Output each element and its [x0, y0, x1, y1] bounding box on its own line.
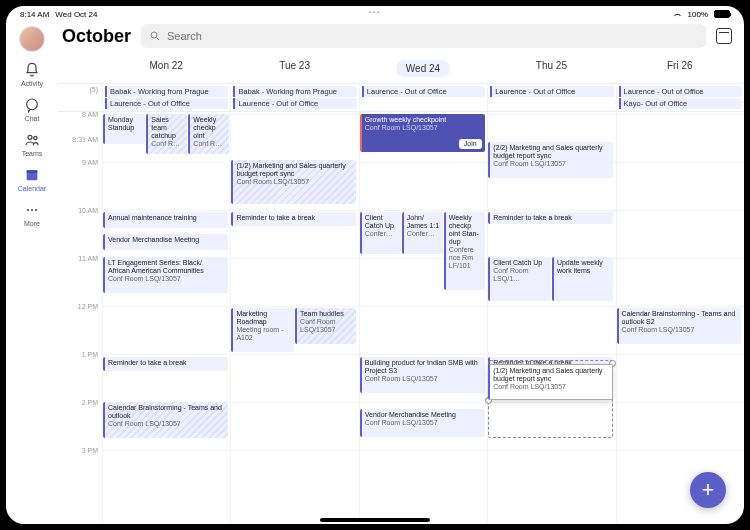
svg-point-1: [28, 135, 32, 139]
event-title: Calendar Brainstorming - Teams and outlo…: [622, 310, 739, 326]
calendar-grid[interactable]: 8 AM8:31 AM9 AM10 AM11 AM12 PM1 PM2 PM3 …: [58, 112, 744, 524]
calendar-event[interactable]: Reminder to take a break: [231, 212, 356, 226]
svg-point-8: [151, 32, 157, 38]
teams-icon: [24, 132, 40, 148]
allday-event[interactable]: Laurence - Out of Office: [233, 98, 356, 109]
nav-rail: Activity Chat Teams Calendar More: [6, 20, 58, 524]
calendar-event[interactable]: John/ James 1:1Confer…: [402, 212, 443, 254]
event-location: Conf Room LSQ/1…: [493, 267, 547, 283]
day-col-wed[interactable]: Wed 24: [359, 54, 487, 83]
allday-event[interactable]: Laurence - Out of Office: [619, 86, 742, 97]
calendar-event[interactable]: Weekly checkp oint Stan- dupConfere nce …: [444, 212, 485, 290]
event-title: Growth weekly checkpoint: [365, 116, 482, 124]
event-location: Conf Room LSQ/13057: [493, 160, 610, 168]
nav-more[interactable]: More: [24, 202, 40, 227]
home-indicator[interactable]: [320, 518, 430, 522]
calendar-event[interactable]: Calendar Brainstorming - Teams and outlo…: [617, 308, 742, 344]
allday-event[interactable]: Babak - Working from Prague: [105, 86, 228, 97]
event-location: Conf Room LSQ/13057: [300, 318, 353, 334]
event-title: Marketing Roadmap: [236, 310, 290, 326]
avatar[interactable]: [19, 26, 45, 52]
calendar-event[interactable]: Calendar Brainstorming - Teams and outlo…: [103, 402, 228, 438]
calendar-event[interactable]: (1/2) Marketing and Sales quarterly budg…: [488, 364, 613, 400]
calendar-event[interactable]: (1/2) Marketing and Sales quarterly budg…: [231, 160, 356, 204]
calendar-event[interactable]: Reminder to take a break: [488, 212, 613, 224]
event-title: Update weekly work items: [557, 259, 610, 275]
calendar-event[interactable]: Building product for Indian SMB with Pro…: [360, 357, 485, 393]
join-button[interactable]: Join: [459, 139, 482, 149]
nav-label: Calendar: [18, 185, 46, 192]
search-icon: [149, 30, 161, 42]
calendar-event[interactable]: Update weekly work items: [552, 257, 613, 301]
calendar-event[interactable]: Client Catch UpConfer…: [360, 212, 401, 254]
nav-label: Teams: [22, 150, 43, 157]
nav-calendar[interactable]: Calendar: [18, 167, 46, 192]
plus-icon: +: [702, 477, 715, 503]
new-event-fab[interactable]: +: [690, 472, 726, 508]
event-title: Client Catch Up: [493, 259, 547, 267]
allday-count: (5): [58, 84, 102, 111]
calendar-event[interactable]: Reminder to take a break: [103, 357, 228, 371]
calendar-view-icon[interactable]: [716, 28, 732, 44]
event-location: Conf Room LSQ/13057: [493, 383, 609, 391]
calendar-event[interactable]: Marketing RoadmapMeeting room - A102: [231, 308, 293, 352]
nav-teams[interactable]: Teams: [22, 132, 43, 157]
event-title: Vendor Merchandise Meeting: [108, 236, 225, 244]
event-location: Conf R…: [151, 140, 184, 148]
header: October: [58, 20, 744, 54]
allday-event[interactable]: Kayo- Out of Office: [619, 98, 742, 109]
calendar-event[interactable]: (2/2) Marketing and Sales quarterly budg…: [488, 142, 613, 178]
day-col-mon[interactable]: Mon 22: [102, 54, 230, 83]
event-location: Conf Room LSQ/13057: [365, 419, 482, 427]
calendar-event[interactable]: Growth weekly checkpointConf Room LSQ/13…: [360, 114, 485, 152]
calendar-event[interactable]: Weekly checkp ointConf R…: [188, 114, 229, 154]
hour-label: 11 AM: [78, 255, 98, 262]
hour-label: 9 AM: [82, 159, 98, 166]
day-col-tue[interactable]: Tue 23: [230, 54, 358, 83]
search-box[interactable]: [141, 24, 706, 48]
allday-row: (5) Babak - Working from PragueLaurence …: [58, 84, 744, 112]
nav-chat[interactable]: Chat: [24, 97, 40, 122]
search-input[interactable]: [167, 30, 698, 42]
event-location: Conf Room LSQ/13057: [622, 326, 739, 334]
event-title: (1/2) Marketing and Sales quarterly budg…: [236, 162, 353, 178]
calendar-icon: [24, 167, 40, 183]
allday-event[interactable]: Laurence - Out of Office: [490, 86, 613, 97]
event-title: Reminder to take a break: [236, 214, 353, 222]
battery-icon: [714, 10, 730, 18]
calendar-event[interactable]: LT Engagement Series: Black/ African Ame…: [103, 257, 228, 293]
allday-event[interactable]: Babak - Working from Prague: [233, 86, 356, 97]
calendar-event[interactable]: Vendor Merchandise MeetingConf Room LSQ/…: [360, 409, 485, 437]
day-col-fri[interactable]: Fri 26: [616, 54, 744, 83]
event-title: Weekly checkp oint Stan- dup: [449, 214, 482, 246]
calendar-event[interactable]: Sales team catchupConf R…: [146, 114, 187, 154]
nav-label: Activity: [21, 80, 43, 87]
calendar-event[interactable]: Vendor Merchandise Meeting: [103, 234, 228, 250]
event-location: Confer…: [365, 230, 398, 238]
day-col-thu[interactable]: Thu 25: [487, 54, 615, 83]
multitask-dots-icon[interactable]: •••: [369, 9, 381, 15]
event-title: Calendar Brainstorming - Teams and outlo…: [108, 404, 225, 420]
calendar-event[interactable]: Monday Standup: [103, 114, 145, 144]
allday-event[interactable]: Laurence - Out of Office: [105, 98, 228, 109]
calendar-event[interactable]: Client Catch UpConf Room LSQ/1…: [488, 257, 550, 301]
hour-label: 8 AM: [82, 112, 98, 118]
event-title: LT Engagement Series: Black/ African Ame…: [108, 259, 225, 275]
event-location: Conf Room LSQ/13057: [108, 275, 225, 283]
calendar-event[interactable]: Team huddlesConf Room LSQ/13057: [295, 308, 356, 344]
hour-label: 2 PM: [82, 399, 98, 406]
event-title: Vendor Merchandise Meeting: [365, 411, 482, 419]
nav-activity[interactable]: Activity: [21, 62, 43, 87]
nav-label: More: [24, 220, 40, 227]
event-title: Reminder to take a break: [493, 214, 610, 222]
status-bar: 8:14 AM Wed Oct 24 ••• 100%: [6, 6, 744, 20]
page-title: October: [62, 26, 131, 47]
chat-icon: [24, 97, 40, 113]
event-location: Confer…: [407, 230, 440, 238]
status-date: Wed Oct 24: [55, 10, 97, 19]
status-time: 8:14 AM: [20, 10, 49, 19]
event-location: Conf Room LSQ/13057: [108, 420, 225, 428]
calendar-event[interactable]: Annual maintenance training: [103, 212, 228, 228]
event-location: Conf R…: [193, 140, 226, 148]
allday-event[interactable]: Laurence - Out of Office: [362, 86, 485, 97]
